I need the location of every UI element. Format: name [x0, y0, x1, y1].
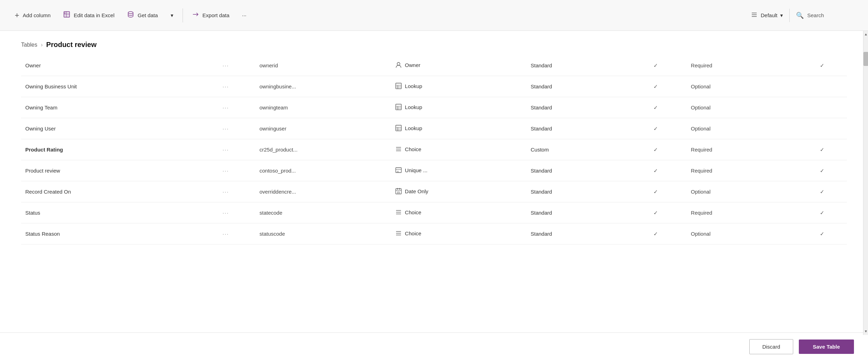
col-requirement-3: Optional [687, 118, 798, 139]
svg-rect-18 [396, 125, 401, 131]
col-check2-7: ✓ [798, 202, 847, 223]
type-icon-0: Owner [395, 61, 420, 68]
col-requirement-6: Optional [687, 181, 798, 202]
table-row: Owning Team ··· owningteam Lookup Standa… [21, 97, 847, 118]
col-source-1: Standard [526, 76, 625, 97]
database-icon [127, 11, 134, 20]
col-requirement-8: Optional [687, 223, 798, 244]
col-check2-2 [798, 97, 847, 118]
table-row: Record Created On ··· overriddencre... 2… [21, 181, 847, 202]
search-icon: 🔍 [796, 12, 804, 19]
col-check1-2: ✓ [625, 97, 687, 118]
more-icon: ··· [242, 12, 246, 18]
svg-rect-10 [396, 83, 401, 89]
col-requirement-0: Required [687, 55, 798, 76]
export-data-button[interactable]: Export data [186, 8, 236, 22]
scrollbar[interactable]: ▲ ▼ [863, 31, 868, 335]
col-check2-4: ✓ [798, 139, 847, 160]
table-row: Product review ··· contoso_prod... ID Un… [21, 160, 847, 181]
col-check1-3: ✓ [625, 118, 687, 139]
discard-button[interactable]: Discard [749, 339, 793, 354]
col-dots-5[interactable]: ··· [218, 160, 255, 181]
col-check1-4: ✓ [625, 139, 687, 160]
edit-excel-button[interactable]: X Edit data in Excel [57, 8, 121, 22]
col-requirement-1: Optional [687, 76, 798, 97]
svg-text:ID: ID [397, 170, 399, 173]
col-type-1: Lookup [391, 76, 526, 97]
save-table-button[interactable]: Save Table [799, 340, 854, 354]
search-box[interactable]: 🔍 Search [789, 9, 860, 22]
type-icon-3: Lookup [395, 125, 422, 132]
table-row: Owner ··· ownerid Owner Standard ✓ Requi… [21, 55, 847, 76]
col-field-5: contoso_prod... [255, 160, 391, 181]
col-type-8: Choice [391, 223, 526, 244]
col-type-7: Choice [391, 202, 526, 223]
col-dots-4[interactable]: ··· [218, 139, 255, 160]
col-check2-5: ✓ [798, 160, 847, 181]
svg-text:21: 21 [397, 191, 400, 194]
type-icon-7: Choice [395, 209, 421, 216]
type-icon-6: 21 Date Only [395, 188, 428, 195]
export-label: Export data [203, 12, 230, 18]
col-check2-0: ✓ [798, 55, 847, 76]
default-view-button[interactable]: Default ▾ [744, 8, 789, 22]
col-name-1: Owning Business Unit [21, 76, 218, 97]
table-row: Status Reason ··· statuscode Choice Stan… [21, 223, 847, 244]
col-name-3: Owning User [21, 118, 218, 139]
col-check2-6: ✓ [798, 181, 847, 202]
col-name-2: Owning Team [21, 97, 218, 118]
col-check1-0: ✓ [625, 55, 687, 76]
chevron-down-button[interactable]: ▾ [164, 9, 180, 21]
col-source-0: Standard [526, 55, 625, 76]
add-column-label: Add column [23, 12, 51, 18]
col-dots-3[interactable]: ··· [218, 118, 255, 139]
col-dots-1[interactable]: ··· [218, 76, 255, 97]
table-area: Owner ··· ownerid Owner Standard ✓ Requi… [0, 55, 868, 332]
col-check1-7: ✓ [625, 202, 687, 223]
col-dots-2[interactable]: ··· [218, 97, 255, 118]
col-field-4: cr25d_product... [255, 139, 391, 160]
col-type-0: Owner [391, 55, 526, 76]
dropdown-arrow-icon: ▾ [780, 12, 783, 19]
get-data-button[interactable]: Get data [121, 8, 164, 22]
type-icon-4: Choice [395, 146, 421, 153]
col-field-6: overriddencre... [255, 181, 391, 202]
col-dots-0[interactable]: ··· [218, 55, 255, 76]
table-row: Owning Business Unit ··· owningbusine...… [21, 76, 847, 97]
col-dots-6[interactable]: ··· [218, 181, 255, 202]
table-row: Product Rating ··· cr25d_product... Choi… [21, 139, 847, 160]
toolbar-right: Default ▾ 🔍 Search [744, 8, 860, 22]
search-label: Search [807, 12, 824, 18]
col-check1-5: ✓ [625, 160, 687, 181]
more-options-button[interactable]: ··· [236, 9, 253, 21]
data-table: Owner ··· ownerid Owner Standard ✓ Requi… [21, 55, 847, 244]
svg-rect-14 [396, 104, 401, 110]
col-field-2: owningteam [255, 97, 391, 118]
col-source-4: Custom [526, 139, 625, 160]
col-dots-7[interactable]: ··· [218, 202, 255, 223]
type-icon-5: ID Unique ... [395, 167, 427, 174]
type-icon-2: Lookup [395, 103, 422, 110]
col-requirement-7: Required [687, 202, 798, 223]
scroll-thumb[interactable] [863, 52, 868, 66]
table-row: Status ··· statecode Choice Standard ✓ R… [21, 202, 847, 223]
table-row: Owning User ··· owninguser Lookup Standa… [21, 118, 847, 139]
add-column-button[interactable]: + Add column [8, 8, 57, 23]
col-type-2: Lookup [391, 97, 526, 118]
col-source-2: Standard [526, 97, 625, 118]
toolbar-divider [183, 8, 183, 22]
export-icon [192, 11, 199, 20]
scroll-up-arrow[interactable]: ▲ [863, 31, 868, 38]
breadcrumb-separator: › [41, 42, 42, 48]
col-source-5: Standard [526, 160, 625, 181]
col-check2-8: ✓ [798, 223, 847, 244]
scroll-down-arrow[interactable]: ▼ [863, 328, 868, 335]
col-dots-8[interactable]: ··· [218, 223, 255, 244]
breadcrumb: Tables › Product review [0, 31, 868, 55]
edit-excel-label: Edit data in Excel [74, 12, 114, 18]
col-check1-8: ✓ [625, 223, 687, 244]
breadcrumb-tables[interactable]: Tables [21, 42, 37, 48]
col-type-5: ID Unique ... [391, 160, 526, 181]
col-type-6: 21 Date Only [391, 181, 526, 202]
col-check2-1 [798, 76, 847, 97]
